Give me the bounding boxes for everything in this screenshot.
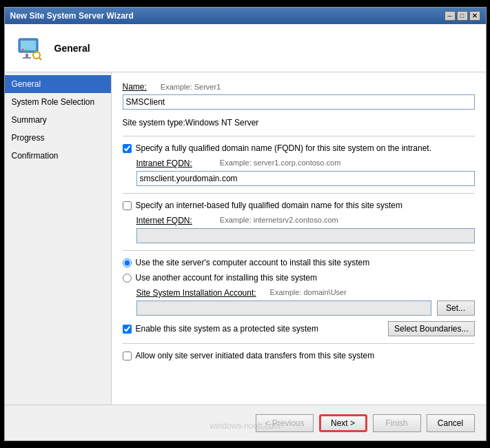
radio-use-server-account[interactable]: [123, 258, 132, 267]
title-bar-buttons: ─ □ ✕: [445, 11, 480, 21]
internet-fqdn-input[interactable]: [136, 228, 475, 243]
radio2-label: Use another account for installing this …: [136, 273, 317, 283]
intranet-fqdn-example: Example: server1.corp.contoso.com: [220, 159, 340, 168]
close-button[interactable]: ✕: [469, 11, 480, 21]
internet-fqdn-label-row: Internet FQDN: Example: internetsrv2.con…: [136, 216, 475, 225]
server-icon: [13, 32, 46, 65]
name-label-row: Name: Example: Server1: [123, 82, 475, 92]
sidebar: General System Role Selection Summary Pr…: [5, 72, 112, 405]
set-button[interactable]: Set...: [437, 301, 475, 316]
wizard-window: New Site System Server Wizard ─ □ ✕ Gene…: [4, 7, 487, 441]
cancel-button[interactable]: Cancel: [427, 414, 475, 432]
fqdn-checkbox-label: Specify a fully qualified domain name (F…: [136, 143, 432, 153]
protected-checkbox[interactable]: [123, 325, 132, 334]
internet-fqdn-section: Internet FQDN: Example: internetsrv2.con…: [136, 216, 475, 243]
allow-checkbox-label: Allow only site server initiated data tr…: [136, 351, 375, 360]
svg-line-7: [39, 58, 41, 60]
intranet-fqdn-label: Intranet FQDN:: [136, 159, 192, 168]
maximize-button[interactable]: □: [457, 11, 468, 21]
radio2-row: Use another account for installing this …: [123, 273, 475, 283]
sidebar-item-confirmation[interactable]: Confirmation: [5, 147, 111, 165]
svg-rect-2: [25, 54, 28, 57]
internet-checkbox-row: Specify an internet-based fully qualifie…: [123, 201, 475, 210]
minimize-button[interactable]: ─: [445, 11, 456, 21]
wizard-header: General: [5, 24, 486, 72]
radio-use-another-account[interactable]: [123, 274, 132, 283]
allow-checkbox-row: Allow only site server initiated data tr…: [123, 351, 475, 360]
separator4: [123, 343, 475, 344]
name-example: Example: Server1: [161, 83, 221, 91]
fqdn-checkbox[interactable]: [123, 144, 132, 153]
account-label-row: Site System Installation Account: Exampl…: [136, 288, 475, 298]
sidebar-item-general[interactable]: General: [5, 75, 111, 93]
finish-button[interactable]: Finish: [373, 414, 421, 432]
internet-fqdn-label: Internet FQDN:: [136, 216, 192, 225]
svg-rect-3: [23, 57, 31, 59]
internet-checkbox-label: Specify an internet-based fully qualifie…: [136, 201, 403, 210]
name-input[interactable]: [123, 94, 475, 110]
protected-left: Enable this site system as a protected s…: [123, 324, 318, 334]
select-boundaries-button[interactable]: Select Boundaries...: [388, 321, 474, 336]
sidebar-item-summary[interactable]: Summary: [5, 111, 111, 129]
wizard-footer: windows-noob.com < Previous Next > Finis…: [5, 405, 486, 440]
sidebar-item-system-role[interactable]: System Role Selection: [5, 93, 111, 111]
allow-transfers-checkbox[interactable]: [123, 352, 132, 360]
header-title: General: [54, 43, 90, 54]
intranet-label-row: Intranet FQDN: Example: server1.corp.con…: [136, 159, 475, 168]
internet-fqdn-checkbox[interactable]: [123, 201, 132, 210]
account-input[interactable]: [136, 301, 431, 316]
content-area: Name: Example: Server1 Site system type:…: [112, 72, 486, 405]
intranet-fqdn-input[interactable]: [136, 171, 475, 186]
protected-checkbox-label: Enable this site system as a protected s…: [136, 324, 318, 334]
previous-button[interactable]: < Previous: [256, 414, 313, 432]
account-input-row: Set...: [136, 301, 475, 316]
intranet-fqdn-section: Intranet FQDN: Example: server1.corp.con…: [136, 159, 475, 186]
protected-row: Enable this site system as a protected s…: [123, 321, 475, 336]
fqdn-checkbox-row: Specify a fully qualified domain name (F…: [123, 143, 475, 153]
separator1: [123, 136, 475, 136]
separator2: [123, 193, 475, 194]
account-label: Site System Installation Account:: [136, 288, 256, 298]
title-bar: New Site System Server Wizard ─ □ ✕: [5, 8, 486, 24]
main-content: General System Role Selection Summary Pr…: [5, 72, 486, 405]
account-example: Example: domain\User: [270, 288, 347, 298]
next-button[interactable]: Next >: [319, 414, 367, 432]
svg-point-4: [21, 48, 23, 50]
separator3: [123, 250, 475, 251]
svg-point-5: [25, 48, 27, 50]
name-group: Name: Example: Server1: [123, 82, 475, 110]
internet-fqdn-example: Example: internetsrv2.contoso.com: [220, 216, 338, 225]
radio1-label: Use the site server's computer account t…: [136, 258, 370, 267]
sidebar-item-progress[interactable]: Progress: [5, 129, 111, 147]
name-label: Name:: [123, 82, 147, 92]
account-section: Site System Installation Account: Exampl…: [136, 288, 475, 316]
window-title: New Site System Server Wizard: [10, 11, 134, 21]
site-system-type: Site system type:Windows NT Server: [123, 118, 475, 128]
radio1-row: Use the site server's computer account t…: [123, 258, 475, 267]
